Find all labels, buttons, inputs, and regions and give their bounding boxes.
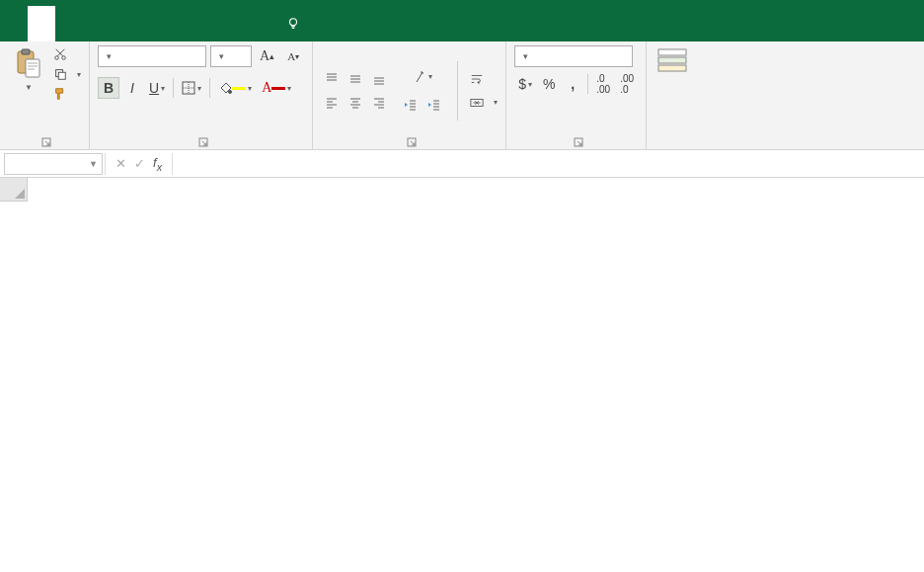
number-format-combo[interactable]: ▾ — [514, 45, 633, 67]
italic-button[interactable]: I — [121, 77, 143, 99]
orientation-button[interactable]: ▾ — [400, 66, 445, 88]
align-left-button[interactable] — [321, 92, 343, 114]
borders-button[interactable]: ▾ — [178, 77, 205, 99]
tab-page-layout[interactable] — [83, 6, 111, 41]
fx-button[interactable]: fx — [153, 155, 162, 173]
svg-rect-3 — [26, 59, 39, 77]
tab-developer[interactable] — [221, 6, 249, 41]
comma-button[interactable]: , — [562, 73, 583, 95]
group-font: ▾ ▾ A▴ A▾ B I U▾ ▾ ▾ A▾ — [90, 41, 313, 149]
svg-point-4 — [55, 56, 59, 60]
align-right-button[interactable] — [368, 92, 390, 114]
formula-bar: ▼ ✕ ✓ fx — [0, 150, 924, 178]
worksheet — [0, 178, 924, 572]
format-painter-button[interactable] — [53, 85, 81, 103]
dialog-launcher-icon[interactable] — [574, 137, 583, 147]
underline-button[interactable]: U▾ — [145, 77, 169, 99]
tab-insert[interactable] — [55, 6, 83, 41]
tab-data[interactable] — [138, 6, 166, 41]
bucket-icon — [218, 81, 232, 95]
align-right-icon — [372, 96, 386, 110]
svg-rect-2 — [22, 49, 30, 54]
tab-help[interactable] — [249, 6, 276, 41]
group-clipboard: ▼ ▾ — [0, 41, 90, 149]
wrap-icon — [470, 72, 484, 86]
border-icon — [182, 81, 195, 95]
name-box[interactable]: ▼ — [4, 153, 103, 175]
copy-icon — [53, 67, 67, 81]
wrap-text-button[interactable] — [470, 70, 498, 88]
align-top-icon — [325, 72, 339, 86]
chevron-down-icon: ▼ — [89, 159, 98, 169]
svg-rect-15 — [658, 49, 686, 55]
align-center-icon — [348, 96, 362, 110]
group-number: ▾ $▾ % , .0.00 .00.0 — [506, 41, 647, 149]
merge-icon — [470, 96, 484, 110]
grow-font-button[interactable]: A▴ — [256, 45, 278, 67]
indent-left-icon — [404, 98, 418, 112]
fill-color-button[interactable]: ▾ — [214, 77, 256, 99]
accept-formula-button[interactable]: ✓ — [134, 156, 145, 171]
font-color-button[interactable]: A▾ — [258, 77, 295, 99]
align-bottom-button[interactable] — [368, 68, 390, 90]
merge-center-button[interactable]: ▾ — [470, 94, 498, 112]
conditional-formatting-icon — [656, 45, 688, 77]
svg-rect-7 — [58, 72, 65, 79]
chevron-down-icon: ▼ — [25, 83, 33, 92]
cut-button[interactable] — [53, 45, 81, 63]
group-alignment: ▾ ▾ — [313, 41, 506, 149]
decrease-indent-button[interactable] — [400, 94, 422, 116]
scissors-icon — [53, 47, 67, 61]
tell-me-search[interactable] — [276, 6, 316, 41]
increase-decimal-button[interactable]: .0.00 — [592, 73, 614, 95]
increase-indent-button[interactable] — [424, 94, 445, 116]
align-middle-button[interactable] — [345, 68, 366, 90]
tab-file[interactable] — [0, 6, 28, 41]
copy-button[interactable]: ▾ — [53, 65, 81, 83]
decrease-decimal-button[interactable]: .00.0 — [616, 73, 638, 95]
paste-button[interactable]: ▼ — [8, 45, 47, 135]
ribbon-tabs — [0, 6, 924, 41]
bold-button[interactable]: B — [98, 77, 119, 99]
font-name-combo[interactable]: ▾ — [98, 45, 206, 67]
ribbon: ▼ ▾ ▾ — [0, 41, 924, 150]
dialog-launcher-icon[interactable] — [41, 137, 51, 147]
align-center-button[interactable] — [345, 92, 366, 114]
svg-point-0 — [290, 19, 297, 26]
orientation-icon — [413, 70, 426, 84]
conditional-formatting-button[interactable] — [654, 45, 690, 77]
svg-point-10 — [229, 91, 232, 94]
svg-rect-17 — [658, 65, 686, 71]
align-bottom-icon — [372, 72, 386, 86]
align-middle-icon — [348, 72, 362, 86]
lightbulb-icon — [286, 17, 300, 31]
font-size-combo[interactable]: ▾ — [210, 45, 252, 67]
paintbrush-icon — [53, 87, 67, 101]
shrink-font-button[interactable]: A▾ — [282, 45, 304, 67]
tab-formulas[interactable] — [111, 6, 138, 41]
cancel-formula-button[interactable]: ✕ — [116, 156, 126, 171]
group-styles-partial — [647, 41, 698, 149]
align-left-icon — [325, 96, 339, 110]
tab-home[interactable] — [28, 6, 55, 41]
tab-view[interactable] — [193, 6, 221, 41]
align-top-button[interactable] — [321, 68, 343, 90]
svg-rect-16 — [658, 57, 686, 63]
tab-review[interactable] — [166, 6, 193, 41]
svg-point-5 — [62, 56, 66, 60]
dialog-launcher-icon[interactable] — [198, 137, 208, 147]
accounting-button[interactable]: $▾ — [514, 73, 536, 95]
select-all-corner[interactable] — [0, 178, 28, 202]
dialog-launcher-icon[interactable] — [407, 137, 417, 147]
percent-button[interactable]: % — [538, 73, 560, 95]
paste-icon — [12, 47, 43, 79]
indent-right-icon — [427, 98, 441, 112]
